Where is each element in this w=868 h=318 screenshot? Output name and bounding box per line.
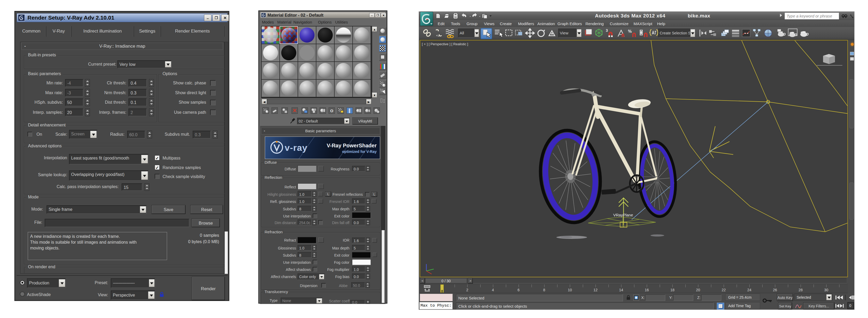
svg-text:3: 3 xyxy=(606,28,608,32)
svg-text:%: % xyxy=(628,29,632,34)
svg-text:VRayPlane: VRayPlane xyxy=(613,213,633,217)
